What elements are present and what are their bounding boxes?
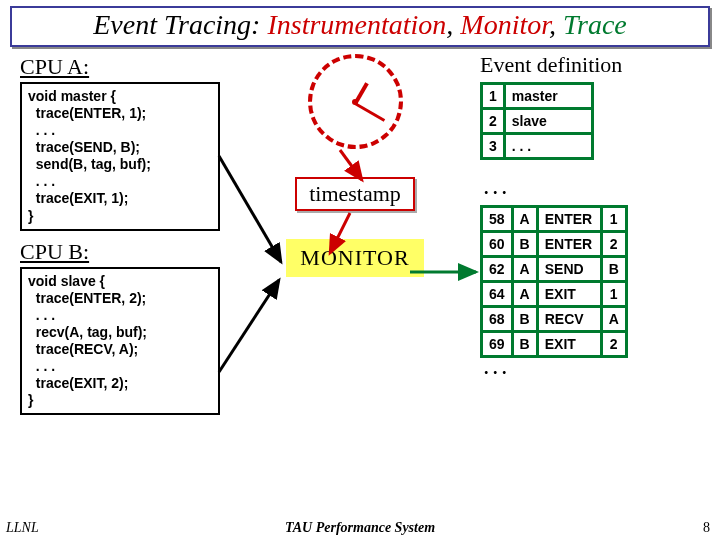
log-time: 68 [482, 307, 513, 332]
def-name: slave [504, 109, 592, 134]
log-arg: 2 [601, 332, 626, 357]
log-cpu: A [512, 257, 537, 282]
table-row: 2slave [482, 109, 593, 134]
event-definition-table: 1master 2slave 3. . . [480, 82, 594, 160]
title-part-1: Event Tracing: [93, 9, 260, 40]
log-event: ENTER [537, 232, 601, 257]
trace-ellipsis-bottom: . . . [480, 358, 706, 385]
log-arg: 1 [601, 282, 626, 307]
timestamp-label: timestamp [295, 177, 415, 211]
table-row: 68BRECVA [482, 307, 627, 332]
table-row: 69BEXIT2 [482, 332, 627, 357]
log-event: EXIT [537, 332, 601, 357]
title-part-2: Instrumentation [267, 9, 446, 40]
log-cpu: B [512, 307, 537, 332]
log-event: EXIT [537, 282, 601, 307]
clock-center-dot [352, 99, 358, 105]
clock-icon [308, 54, 403, 149]
log-cpu: B [512, 332, 537, 357]
log-cpu: A [512, 282, 537, 307]
log-time: 62 [482, 257, 513, 282]
log-time: 58 [482, 207, 513, 232]
log-cpu: A [512, 207, 537, 232]
slide-title: Event Tracing: Instrumentation, Monitor,… [10, 6, 710, 47]
center-column: timestamp MONITOR [255, 52, 455, 277]
event-definition-title: Event definition [480, 52, 706, 78]
title-sep-2: , [549, 9, 563, 40]
trace-ellipsis-top: . . . [480, 178, 706, 205]
cpu-b-label: CPU B: [20, 239, 230, 265]
table-row: 64AEXIT1 [482, 282, 627, 307]
log-time: 69 [482, 332, 513, 357]
cpu-a-code: void master { trace(ENTER, 1); . . . tra… [20, 82, 220, 231]
left-column: CPU A: void master { trace(ENTER, 1); . … [20, 52, 230, 423]
log-arg: 1 [601, 207, 626, 232]
log-time: 60 [482, 232, 513, 257]
log-event: RECV [537, 307, 601, 332]
def-id: 2 [482, 109, 505, 134]
footer-page-number: 8 [703, 520, 710, 536]
footer-center: TAU Performance System [0, 520, 720, 536]
content-area: CPU A: void master { trace(ENTER, 1); . … [10, 52, 710, 518]
monitor-label: MONITOR [286, 239, 423, 277]
log-arg: 2 [601, 232, 626, 257]
title-part-4: Trace [563, 9, 627, 40]
def-id: 3 [482, 134, 505, 159]
title-sep-1: , [446, 9, 460, 40]
right-column: Event definition 1master 2slave 3. . . .… [480, 52, 706, 385]
log-arg: A [601, 307, 626, 332]
table-row: 1master [482, 84, 593, 109]
clock-face [308, 54, 403, 149]
table-row: 60BENTER2 [482, 232, 627, 257]
cpu-a-label: CPU A: [20, 54, 230, 80]
def-name: master [504, 84, 592, 109]
trace-log-table: 58AENTER1 60BENTER2 62ASENDB 64AEXIT1 68… [480, 205, 628, 358]
clock-minute-hand [354, 102, 385, 122]
slide: Event Tracing: Instrumentation, Monitor,… [0, 0, 720, 540]
table-row: 62ASENDB [482, 257, 627, 282]
log-event: SEND [537, 257, 601, 282]
title-part-3: Monitor [460, 9, 549, 40]
table-row: 58AENTER1 [482, 207, 627, 232]
log-event: ENTER [537, 207, 601, 232]
log-cpu: B [512, 232, 537, 257]
log-time: 64 [482, 282, 513, 307]
table-row: 3. . . [482, 134, 593, 159]
def-name: . . . [504, 134, 592, 159]
def-id: 1 [482, 84, 505, 109]
log-arg: B [601, 257, 626, 282]
cpu-b-code: void slave { trace(ENTER, 2); . . . recv… [20, 267, 220, 416]
